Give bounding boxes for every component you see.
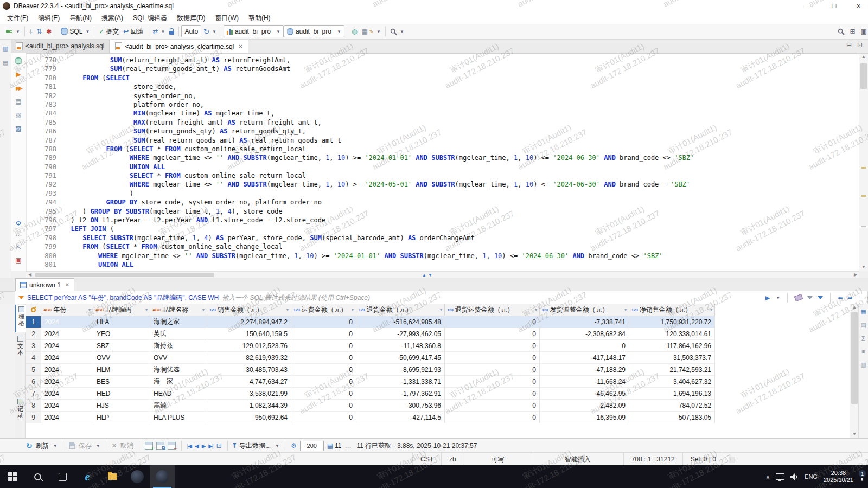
save-filter-icon[interactable] bbox=[818, 296, 823, 299]
volume-icon[interactable] bbox=[790, 473, 799, 480]
grid-cell[interactable]: -516,624,985.48 bbox=[356, 316, 445, 328]
column-filter-icon[interactable]: ▾ bbox=[624, 307, 627, 312]
autocommit-combo[interactable]: Auto bbox=[181, 25, 201, 37]
column-filter-icon[interactable]: ▾ bbox=[535, 307, 537, 312]
grid-cell[interactable]: BES bbox=[93, 376, 150, 388]
grid-cell[interactable]: 3,538,021.99 bbox=[207, 388, 291, 400]
previous-row-icon[interactable]: ◀ bbox=[195, 443, 199, 449]
minimize-button[interactable]: — bbox=[797, 0, 822, 12]
grid-cell[interactable]: 784,072.52 bbox=[629, 400, 715, 412]
editor-vertical-scrollbar[interactable]: ▲ ▼ bbox=[859, 53, 868, 271]
transaction-log-button[interactable]: ↻▼ bbox=[201, 27, 219, 37]
row-number[interactable]: 2 bbox=[26, 328, 41, 340]
cancel-label[interactable]: 取消 bbox=[120, 441, 133, 451]
grid-cell[interactable]: 21,742,593.21 bbox=[629, 364, 715, 376]
rollback-button[interactable]: ↩回滚 bbox=[121, 26, 145, 37]
grid-cell[interactable]: 0 bbox=[445, 364, 540, 376]
history-back-icon[interactable]: ⬅ bbox=[838, 294, 843, 301]
grid-cell[interactable]: 0 bbox=[291, 376, 356, 388]
grid-cell[interactable]: -417,148.17 bbox=[540, 352, 629, 364]
row-number[interactable]: 6 bbox=[26, 376, 41, 388]
grid-cell[interactable]: OVV bbox=[150, 352, 207, 364]
grid-cell[interactable]: -50,699,417.45 bbox=[356, 352, 445, 364]
grid-cell[interactable]: 1,694,196.13 bbox=[629, 388, 715, 400]
grid-cell[interactable]: -1,797,362.91 bbox=[356, 388, 445, 400]
grid-cell[interactable]: -11,668.24 bbox=[540, 376, 629, 388]
results-filter-bar[interactable]: SELECT perYear AS "年份", brandCode AS "品牌… bbox=[15, 291, 868, 305]
more-actions-icon[interactable]: ⋯ bbox=[14, 231, 23, 240]
grid-cell[interactable]: 2024 bbox=[41, 388, 93, 400]
grid-cell[interactable]: -46,462.95 bbox=[540, 388, 629, 400]
schema-combo[interactable]: audit_bi_pro ▼ bbox=[284, 25, 344, 37]
add-row-icon[interactable]: + bbox=[145, 442, 153, 450]
column-header-7[interactable]: 123退货运费金额（元）▾ bbox=[445, 304, 540, 316]
tab-close-icon[interactable]: ✕ bbox=[238, 43, 242, 49]
maximize-editor-icon[interactable]: ⊡ bbox=[857, 41, 863, 49]
column-header-5[interactable]: 123运费金额（元）▾ bbox=[291, 304, 356, 316]
script-statistics-icon[interactable]: ▧ bbox=[14, 111, 23, 119]
grid-vertical-scrollbar[interactable]: ▲ ▼ bbox=[850, 304, 859, 438]
sql-dialect-button[interactable]: SQL ▼ bbox=[59, 27, 92, 36]
grid-cell[interactable]: 海澜之家 bbox=[150, 316, 207, 328]
grid-cell[interactable]: 0 bbox=[445, 388, 540, 400]
row-number[interactable]: 1 bbox=[26, 316, 41, 328]
grid-cell[interactable]: 4,747,634.27 bbox=[207, 376, 291, 388]
menu-item-7[interactable]: 帮助(H) bbox=[244, 12, 276, 24]
grid-cell[interactable]: 2,482.09 bbox=[540, 400, 629, 412]
grid-cell[interactable]: SBZ bbox=[93, 340, 150, 352]
grid-view-tab[interactable]: 栅格 bbox=[15, 305, 27, 332]
grid-cell[interactable]: 2024 bbox=[41, 352, 93, 364]
grid-cell[interactable]: 2024 bbox=[41, 412, 93, 423]
tab-close-icon[interactable]: ✕ bbox=[65, 282, 69, 288]
reconnect-icon[interactable]: ⇅ bbox=[34, 27, 44, 36]
restore-database-navigator-icon[interactable]: ▥ bbox=[2, 44, 9, 52]
fetch-size-input[interactable]: 200 bbox=[300, 441, 324, 451]
column-filter-icon[interactable]: ▾ bbox=[202, 307, 205, 312]
column-header-6[interactable]: 123退货金额（元）▾ bbox=[356, 304, 445, 316]
save-icon[interactable] bbox=[69, 442, 75, 449]
next-row-icon[interactable]: ▶ bbox=[202, 443, 206, 449]
grid-cell[interactable]: -1,331,338.71 bbox=[356, 376, 445, 388]
grid-cell[interactable]: 2024 bbox=[41, 376, 93, 388]
export-log-icon[interactable]: ⇱ bbox=[14, 243, 23, 252]
first-row-icon[interactable]: |◀ bbox=[187, 443, 192, 449]
grid-cell[interactable]: 2024 bbox=[41, 340, 93, 352]
disconnect-icon[interactable]: ⤓ bbox=[27, 27, 34, 36]
taskbar-clock[interactable]: 20:38 2025/10/21 bbox=[824, 470, 853, 484]
heap-status-icon[interactable] bbox=[729, 457, 735, 463]
column-header-4[interactable]: 123销售金额（元）▾ bbox=[207, 304, 291, 316]
scrollbar-thumb[interactable] bbox=[35, 273, 214, 277]
column-header-9[interactable]: 123净销售金额（元）▾ bbox=[629, 304, 715, 316]
menu-item-0[interactable]: 文件(F) bbox=[2, 12, 33, 24]
tab-analysis-cleartime-sql[interactable]: <audit_bi_pro> analysis_cleartime.sql ✕ bbox=[110, 39, 248, 53]
grid-cell[interactable]: 海澜优选 bbox=[150, 364, 207, 376]
grid-cell[interactable]: HLP bbox=[93, 412, 150, 423]
row-number[interactable]: 9 bbox=[26, 412, 41, 423]
results-tab-unknown1[interactable]: unknown 1 ✕ bbox=[15, 278, 74, 291]
tray-expand-icon[interactable]: ∧ bbox=[766, 474, 770, 480]
grid-cell[interactable]: -427,114.5 bbox=[356, 412, 445, 423]
grid-cell[interactable]: HED bbox=[93, 388, 150, 400]
scroll-down-icon[interactable]: ▼ bbox=[859, 264, 868, 271]
grid-cell[interactable]: 0 bbox=[540, 340, 629, 352]
column-filter-icon[interactable]: ▾ bbox=[286, 307, 289, 312]
metadata-panel-icon[interactable]: ≡ bbox=[861, 348, 865, 355]
grid-cell[interactable]: 0 bbox=[445, 352, 540, 364]
grid-cell[interactable]: -11,148,360.8 bbox=[356, 340, 445, 352]
menu-item-3[interactable]: 搜索(A) bbox=[97, 12, 128, 24]
grid-cell[interactable]: 0 bbox=[445, 328, 540, 340]
scroll-up-icon[interactable]: ▲ bbox=[850, 304, 859, 311]
grid-cell[interactable]: 0 bbox=[445, 316, 540, 328]
grid-cell[interactable]: HEAD bbox=[150, 388, 207, 400]
task-view-button[interactable] bbox=[50, 465, 75, 488]
value-panel-icon[interactable]: ▦ bbox=[860, 308, 866, 315]
apply-filter-icon[interactable]: ▶ bbox=[765, 294, 770, 301]
grid-cell[interactable]: 2024 bbox=[41, 316, 93, 328]
close-button[interactable]: ✕ bbox=[846, 0, 868, 12]
grid-cell[interactable]: 31,503,373.7 bbox=[629, 352, 715, 364]
grid-cell[interactable]: 0 bbox=[291, 400, 356, 412]
grid-cell[interactable]: 3,404,627.32 bbox=[629, 376, 715, 388]
pinned-app-button[interactable] bbox=[125, 465, 150, 488]
column-header-3[interactable]: ABC品牌名称▾ bbox=[150, 304, 207, 316]
file-explorer-button[interactable] bbox=[100, 465, 125, 488]
